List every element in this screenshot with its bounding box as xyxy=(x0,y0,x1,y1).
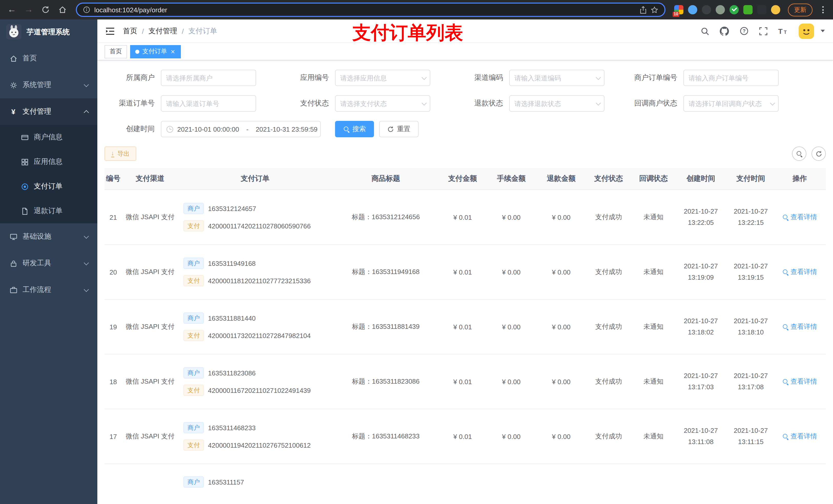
create-time-range-picker[interactable]: 2021-10-01 00:00:00 - 2021-10-31 23:59:5… xyxy=(161,121,321,137)
cell-channel: 微信 JSAPI 支付 xyxy=(122,322,178,331)
sidebar-item-payment[interactable]: ¥ 支付管理 xyxy=(0,98,97,125)
cell-refund: ¥ 0.00 xyxy=(537,433,586,440)
breadcrumb-home[interactable]: 首页 xyxy=(123,26,137,35)
filter-label-channel-code: 渠道编码 xyxy=(453,73,509,82)
bookmark-star-icon[interactable] xyxy=(651,6,658,14)
sidebar-item-app-info[interactable]: 应用信息 xyxy=(0,149,97,174)
browser-menu-icon[interactable] xyxy=(818,4,828,15)
app-no-input[interactable] xyxy=(340,74,419,82)
back-icon[interactable]: ← xyxy=(5,3,19,16)
breadcrumb-section[interactable]: 支付管理 xyxy=(148,26,177,35)
toggle-search-mini-button[interactable] xyxy=(792,146,806,161)
address-bar[interactable]: localhost:1024/pay/order xyxy=(76,3,665,17)
tab-pay-order[interactable]: 支付订单 xyxy=(130,45,181,58)
table-row: 18 微信 JSAPI 支付 商户1635311823086 支付4200001… xyxy=(104,355,826,409)
export-button[interactable]: ↓ 导出 xyxy=(104,146,136,161)
gear-icon xyxy=(9,81,18,89)
extension-icon-8[interactable] xyxy=(771,5,780,14)
merchant-order-no-field[interactable] xyxy=(684,70,779,86)
font-size-icon[interactable]: TT xyxy=(778,27,788,35)
tab-home[interactable]: 首页 xyxy=(104,45,127,58)
update-label: 更新 xyxy=(794,5,806,14)
cell-refund: ¥ 0.00 xyxy=(537,323,586,331)
view-detail-link[interactable]: 查看详情 xyxy=(782,377,817,386)
forward-icon[interactable]: → xyxy=(22,3,35,16)
cell-actions: 查看详情 xyxy=(775,322,824,331)
sidebar-item-devtools[interactable]: 研发工具 xyxy=(0,250,97,277)
search-button[interactable]: 搜索 xyxy=(335,121,374,137)
svg-text:T: T xyxy=(784,29,787,34)
hamburger-icon[interactable] xyxy=(105,27,115,35)
share-icon[interactable] xyxy=(640,6,646,14)
channel-order-no-input[interactable] xyxy=(166,100,251,107)
sidebar-item-label: 首页 xyxy=(23,54,37,63)
sidebar-item-merchant-info[interactable]: 商户信息 xyxy=(0,125,97,149)
search-icon[interactable] xyxy=(701,27,709,35)
reset-button[interactable]: 重置 xyxy=(379,121,419,137)
search-icon xyxy=(782,269,788,275)
chevron-down-icon xyxy=(422,74,427,80)
cell-actions: 查看详情 xyxy=(775,377,824,386)
notify-status-select[interactable] xyxy=(684,95,779,112)
refund-status-select[interactable] xyxy=(509,95,604,112)
channel-code-input[interactable] xyxy=(514,74,593,82)
extension-icon-1[interactable]: 10 xyxy=(674,5,684,14)
pay-status-input[interactable] xyxy=(340,100,419,107)
reload-icon[interactable] xyxy=(39,3,52,16)
app-no-select[interactable] xyxy=(335,70,430,86)
merchant-order-no-input[interactable] xyxy=(689,74,774,82)
extension-icon-6[interactable] xyxy=(743,5,753,14)
app-logo[interactable]: 芋道管理系统 xyxy=(0,20,97,45)
close-icon[interactable] xyxy=(170,49,176,54)
cell-pay-time: 2021-10-2713:11:15 xyxy=(727,425,775,448)
view-detail-label: 查看详情 xyxy=(790,322,817,331)
channel-code-select[interactable] xyxy=(509,70,604,86)
filter-label-refund-status: 退款状态 xyxy=(453,99,509,108)
merchant-input[interactable] xyxy=(166,74,251,82)
fullscreen-icon[interactable] xyxy=(759,27,767,35)
view-detail-link[interactable]: 查看详情 xyxy=(782,432,817,441)
create-time: 13:22:05 xyxy=(688,217,714,229)
extension-icon-4[interactable] xyxy=(716,5,725,14)
filter-label-pay-status: 支付状态 xyxy=(279,99,335,108)
sidebar-item-label: 工作流程 xyxy=(23,285,51,294)
cell-refund: ¥ 0.00 xyxy=(537,213,586,221)
browser-home-icon[interactable] xyxy=(56,3,69,16)
sidebar-item-infra[interactable]: 基础设施 xyxy=(0,223,97,250)
sidebar-item-system[interactable]: 系统管理 xyxy=(0,72,97,98)
cell-channel: 微信 JSAPI 支付 xyxy=(122,377,178,386)
github-icon[interactable] xyxy=(720,26,729,35)
help-icon[interactable]: ? xyxy=(740,27,748,35)
extension-icon-3[interactable] xyxy=(702,5,711,14)
sidebar-item-label: 支付订单 xyxy=(34,182,63,191)
avatar[interactable] xyxy=(799,23,814,39)
view-detail-link[interactable]: 查看详情 xyxy=(782,322,817,331)
update-button[interactable]: 更新 xyxy=(788,3,812,16)
merchant-select[interactable] xyxy=(161,70,256,86)
view-detail-link[interactable]: 查看详情 xyxy=(782,213,817,222)
view-detail-link[interactable]: 查看详情 xyxy=(782,267,817,277)
extension-icon-5[interactable] xyxy=(730,5,739,14)
sidebar-item-home[interactable]: 首页 xyxy=(0,45,97,72)
pay-order-no: 4200001181202110277723215336 xyxy=(208,277,311,285)
refund-status-input[interactable] xyxy=(514,100,593,107)
cell-notify: 未通知 xyxy=(632,432,675,441)
extension-icon-2[interactable] xyxy=(688,5,697,14)
refresh-mini-button[interactable] xyxy=(811,146,826,161)
pay-date: 2021-10-27 xyxy=(734,206,768,217)
cell-actions: 查看详情 xyxy=(775,267,824,277)
cell-status: 支付成功 xyxy=(586,322,632,331)
chevron-down-icon xyxy=(770,100,775,105)
sidebar-item-refund-order[interactable]: 退款订单 xyxy=(0,199,97,223)
channel-order-no-field[interactable] xyxy=(161,95,256,112)
pay-status-select[interactable] xyxy=(335,95,430,112)
sidebar-item-workflow[interactable]: 工作流程 xyxy=(0,277,97,303)
notify-status-input[interactable] xyxy=(689,100,767,107)
extension-icon-7[interactable] xyxy=(757,5,766,14)
cell-status: 支付成功 xyxy=(586,213,632,222)
site-info-icon[interactable] xyxy=(83,6,90,13)
search-button-label: 搜索 xyxy=(353,124,366,134)
chevron-down-icon[interactable] xyxy=(821,30,825,32)
sidebar-item-pay-order[interactable]: 支付订单 xyxy=(0,174,97,199)
filter-label-merchant: 所属商户 xyxy=(104,73,161,82)
